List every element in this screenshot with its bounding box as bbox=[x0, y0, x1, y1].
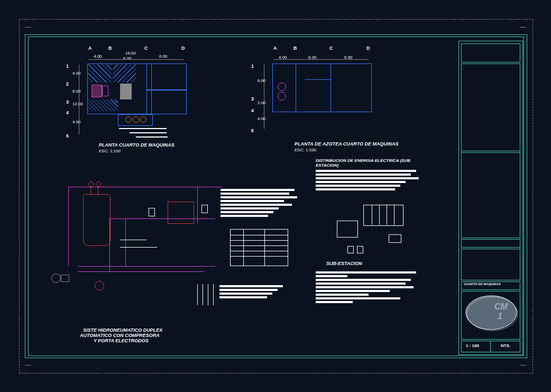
sheet-bubble-icon bbox=[462, 293, 521, 338]
grid-col-label: D bbox=[366, 45, 370, 51]
drawing-sheet: A B C D 1 2 3 4 5 4.00 16.00 6.00 6.00 4… bbox=[19, 19, 533, 373]
dim-line bbox=[88, 59, 183, 60]
dimension: 6.00 bbox=[123, 56, 132, 61]
schedule-table bbox=[230, 229, 288, 266]
hatch-area bbox=[88, 65, 112, 83]
plan-2-scale: ESC: 1:100 bbox=[295, 148, 316, 152]
substation-diagram bbox=[326, 205, 421, 258]
tb-sheet-label: CM bbox=[494, 302, 508, 312]
tb-row bbox=[461, 239, 520, 248]
grid-row-label: 4 bbox=[251, 108, 254, 113]
plan-2: A B C D 1 3 4 5 4.00 6.00 6.00 6.00 2.00… bbox=[252, 49, 390, 154]
motor-icon bbox=[61, 275, 69, 282]
notes-block-1 bbox=[221, 189, 300, 218]
equipment bbox=[102, 86, 108, 96]
transformer bbox=[389, 234, 401, 243]
tb-scale-row: 1 : 100 NTS. bbox=[461, 341, 520, 352]
schematic-title-2: AUTOMATICO CON COMPRESORA bbox=[80, 333, 160, 338]
component bbox=[149, 208, 155, 216]
dimension: 12.00 bbox=[72, 102, 83, 106]
tb-row bbox=[461, 63, 520, 151]
pipe bbox=[109, 218, 110, 271]
tb-project: CUARTO DE MAQUINAS bbox=[464, 282, 501, 286]
electrical-title: DISTRIBUCION DE ENERGIA ELECTRICA (SUB E… bbox=[316, 158, 432, 168]
grid-col-label: C bbox=[329, 45, 333, 51]
pipe bbox=[78, 266, 215, 267]
grid-row-label: 2 bbox=[66, 81, 69, 87]
grid-row-label: 3 bbox=[66, 99, 69, 105]
pipe bbox=[197, 187, 198, 224]
tb-row bbox=[461, 43, 520, 62]
tb-sheet-num: 1 bbox=[498, 312, 502, 321]
notes-block-2 bbox=[219, 285, 288, 300]
dimension: 6.00 bbox=[258, 78, 266, 83]
dimension: 4.00 bbox=[258, 116, 266, 121]
schematic-title-3: Y PORTA ELECTRODOS bbox=[94, 338, 149, 343]
substation-notes bbox=[316, 271, 421, 305]
tb-row bbox=[461, 152, 520, 238]
svg-point-0 bbox=[466, 296, 517, 330]
grid-col-label: D bbox=[181, 45, 185, 51]
room bbox=[146, 90, 187, 114]
leader bbox=[120, 240, 146, 240]
tb-scale: 1 : 100 bbox=[466, 343, 479, 348]
hydropneumatic-schematic bbox=[41, 178, 242, 326]
roof-outline bbox=[272, 63, 372, 112]
schematic-title-1: SISTE HIDRONEUMATICO DUPLEX bbox=[83, 327, 162, 333]
pipe bbox=[78, 271, 205, 272]
grid-row-label: 5 bbox=[66, 133, 69, 139]
dim-line bbox=[264, 65, 264, 129]
grid-col-label: C bbox=[144, 45, 148, 51]
component bbox=[357, 246, 363, 253]
component bbox=[347, 246, 354, 253]
room bbox=[146, 63, 187, 90]
compressor-icon bbox=[51, 274, 61, 283]
plan-1-title: PLANTA CUARTO DE MAQUINAS bbox=[99, 142, 175, 148]
tb-sheet-frame: CM 1 bbox=[461, 291, 520, 340]
dim-line bbox=[79, 65, 79, 134]
detail-line bbox=[305, 79, 330, 80]
equipment-bank bbox=[118, 114, 153, 126]
dimension: 2.00 bbox=[258, 101, 266, 105]
tb-row bbox=[461, 249, 520, 280]
control-panel bbox=[168, 202, 194, 224]
grid-row-label: 3 bbox=[251, 96, 254, 102]
substation-label: SUB-ESTACION bbox=[326, 261, 362, 266]
hatch-area bbox=[113, 65, 136, 83]
leader-line bbox=[119, 128, 167, 129]
leader bbox=[197, 284, 198, 305]
switchgear bbox=[363, 205, 403, 226]
dimension: 4.00 bbox=[94, 54, 102, 59]
grid-col-label: A bbox=[273, 45, 277, 51]
grid-row-label: 5 bbox=[251, 128, 254, 133]
equipment-gray bbox=[120, 84, 132, 99]
grid-row-label: 1 bbox=[251, 63, 254, 69]
gauge-icon bbox=[88, 181, 94, 187]
pressure-tank bbox=[83, 194, 111, 246]
component bbox=[201, 205, 208, 213]
cad-canvas: A B C D 1 2 3 4 5 4.00 16.00 6.00 6.00 4… bbox=[0, 0, 551, 392]
tb-row: CUARTO DE MAQUINAS bbox=[461, 281, 520, 290]
equipment bbox=[91, 85, 102, 97]
dimension: 4.00 bbox=[72, 120, 81, 124]
grid-col-label: B bbox=[108, 45, 112, 51]
grid-row-label: 4 bbox=[66, 110, 69, 115]
dimension: 8.00 bbox=[72, 89, 81, 94]
gauge-icon bbox=[96, 181, 101, 187]
dim-line bbox=[273, 59, 369, 60]
electrical-notes bbox=[316, 170, 421, 192]
panel bbox=[337, 221, 358, 238]
plan-1-scale: ESC: 1:100 bbox=[99, 149, 121, 153]
dimension: 6.00 bbox=[159, 54, 168, 59]
pipe bbox=[68, 187, 69, 266]
grid-col-label: A bbox=[88, 45, 92, 51]
corner-tick bbox=[520, 365, 526, 366]
dimension: 4.00 bbox=[72, 71, 81, 76]
gridline bbox=[296, 63, 296, 111]
grid-col-label: B bbox=[293, 45, 297, 51]
gridline bbox=[330, 63, 331, 111]
dimension: 16.00 bbox=[125, 51, 136, 56]
roof-fixture bbox=[278, 92, 286, 101]
roof-fixture bbox=[278, 83, 286, 91]
corner-tick bbox=[25, 27, 31, 28]
